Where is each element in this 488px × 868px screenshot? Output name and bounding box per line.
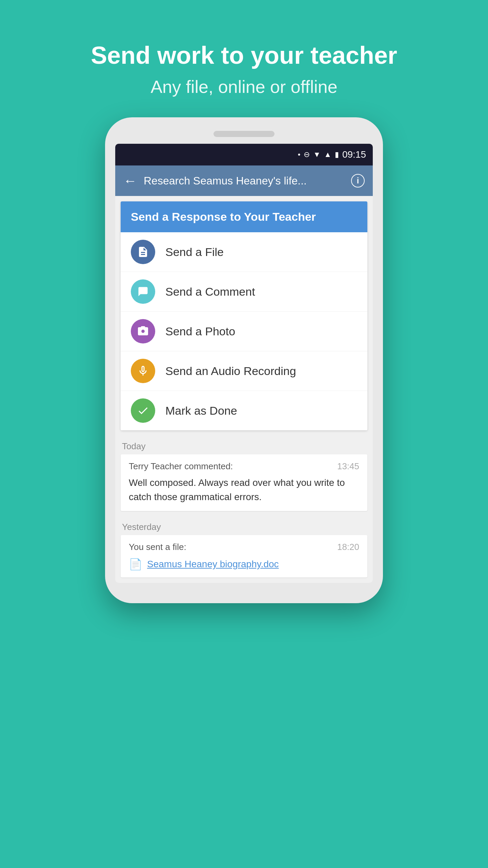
back-button[interactable]: ← (123, 174, 137, 188)
feed-card-header: You sent a file: 18:20 (129, 542, 359, 552)
app-bar-title: Research Seamus Heaney's life... (144, 175, 344, 187)
status-icons: • ⊖ ▼ ▲ ▮ 09:15 (298, 149, 366, 160)
bluetooth-icon: • (298, 150, 301, 159)
photo-svg-icon (137, 325, 149, 337)
status-time: 09:15 (342, 149, 366, 160)
response-header: Send a Response to Your Teacher (121, 201, 367, 232)
battery-icon: ▮ (335, 150, 339, 159)
send-audio-item[interactable]: Send an Audio Recording (121, 351, 367, 391)
audio-icon-circle (131, 359, 155, 383)
comment-svg-icon (137, 285, 149, 298)
phone-wrapper: • ⊖ ▼ ▲ ▮ 09:15 ← Research Seamus Heaney… (105, 117, 383, 603)
file-attachment[interactable]: 📄 Seamus Heaney biography.doc (129, 558, 359, 571)
status-bar: • ⊖ ▼ ▲ ▮ 09:15 (115, 144, 373, 165)
file-attachment-icon: 📄 (129, 558, 142, 571)
send-comment-label: Send a Comment (165, 285, 255, 298)
file-svg-icon (137, 246, 149, 258)
feed-area: Today Terry Teacher commented: 13:45 Wel… (115, 436, 373, 577)
file-attachment-name[interactable]: Seamus Heaney biography.doc (147, 559, 279, 570)
response-card: Send a Response to Your Teacher Send a F… (121, 201, 367, 430)
feed-card-file-author: You sent a file: (129, 542, 186, 552)
feed-card-teacher-comment: Terry Teacher commented: 13:45 Well comp… (121, 454, 367, 511)
send-photo-label: Send a Photo (165, 325, 235, 338)
mark-done-item[interactable]: Mark as Done (121, 391, 367, 430)
feed-card-file-sent: You sent a file: 18:20 📄 Seamus Heaney b… (121, 535, 367, 577)
check-svg-icon (137, 405, 149, 417)
response-items: Send a File Send a Comment (121, 232, 367, 430)
page-subtitle: Any file, online or offline (91, 77, 397, 97)
signal-icon: ▲ (324, 150, 331, 159)
send-file-label: Send a File (165, 245, 224, 259)
send-photo-item[interactable]: Send a Photo (121, 312, 367, 351)
send-file-item[interactable]: Send a File (121, 232, 367, 272)
send-comment-item[interactable]: Send a Comment (121, 272, 367, 312)
feed-day-yesterday: Yesterday (121, 516, 367, 535)
feed-card-file-time: 18:20 (337, 542, 359, 552)
feed-day-today: Today (121, 436, 367, 454)
done-icon-circle (131, 398, 155, 423)
response-header-text: Send a Response to Your Teacher (131, 210, 316, 223)
phone-speaker (214, 131, 274, 137)
mark-done-label: Mark as Done (165, 404, 237, 417)
block-icon: ⊖ (304, 150, 310, 159)
phone-screen: • ⊖ ▼ ▲ ▮ 09:15 ← Research Seamus Heaney… (115, 144, 373, 583)
info-button[interactable]: i (351, 174, 365, 188)
feed-card-header: Terry Teacher commented: 13:45 (129, 461, 359, 472)
feed-card-author: Terry Teacher commented: (129, 461, 233, 472)
page-title: Send work to your teacher (91, 41, 397, 70)
file-icon-circle (131, 240, 155, 264)
wifi-icon: ▼ (313, 150, 321, 159)
send-audio-label: Send an Audio Recording (165, 364, 296, 378)
feed-card-time: 13:45 (337, 461, 359, 472)
app-bar: ← Research Seamus Heaney's life... i (115, 165, 373, 196)
page-header: Send work to your teacher Any file, onli… (91, 0, 397, 97)
feed-card-content: Well composed. Always read over what you… (129, 476, 359, 504)
audio-svg-icon (137, 365, 149, 377)
comment-icon-circle (131, 279, 155, 304)
photo-icon-circle (131, 319, 155, 343)
